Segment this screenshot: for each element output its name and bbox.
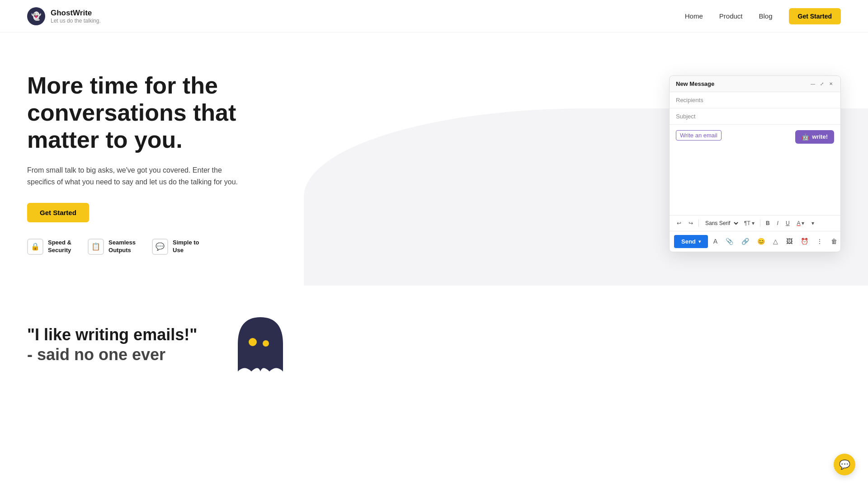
nav-links: Home Product Blog Get Started	[685, 8, 841, 24]
hero-description: From small talk to big asks, we've got y…	[27, 164, 244, 188]
minimize-icon[interactable]: —	[810, 80, 816, 87]
hero-left: More time for the conversations that mat…	[27, 72, 244, 254]
ai-icon: 🤖	[802, 133, 809, 141]
quote-section: "I like writing emails!" - said no one e…	[0, 286, 868, 412]
compose-title: New Message	[676, 80, 714, 87]
toolbar-separator-2	[760, 220, 760, 227]
svg-point-0	[249, 338, 257, 346]
clipboard-icon: 📋	[88, 239, 104, 255]
quote-text: "I like writing emails!"	[27, 324, 197, 346]
nav-get-started-button[interactable]: Get Started	[789, 8, 841, 24]
chat-icon: 💬	[152, 239, 168, 255]
send-button[interactable]: Send ▾	[674, 235, 708, 248]
undo-button[interactable]: ↩	[674, 218, 684, 228]
delete-icon-btn[interactable]: 🗑	[828, 235, 840, 247]
ghost-mascot	[233, 313, 288, 376]
brand-text: GhostWrite Let us do the talking.	[51, 9, 101, 24]
send-chevron-icon: ▾	[698, 239, 701, 244]
bold-button[interactable]: B	[763, 218, 773, 228]
quote-attribution: - said no one ever	[27, 345, 197, 364]
hero-right: New Message — ⤢ ✕ Recipients Subject Wri…	[669, 75, 841, 252]
nav-product[interactable]: Product	[719, 12, 743, 20]
feature-simple-to-use-label: Simple toUse	[173, 239, 199, 254]
quote-text-block: "I like writing emails!" - said no one e…	[27, 324, 197, 365]
text-color-button[interactable]: A ▾	[794, 218, 807, 228]
brand-name: GhostWrite	[51, 9, 101, 18]
drive-icon-btn[interactable]: △	[770, 235, 781, 247]
text-format-icon-btn[interactable]: A	[711, 235, 720, 247]
compose-controls: — ⤢ ✕	[810, 80, 834, 87]
send-label: Send	[681, 238, 696, 245]
hero-title: More time for the conversations that mat…	[27, 72, 244, 153]
ghost-mascot-svg	[233, 313, 288, 380]
brand-logo: 👻	[27, 7, 45, 25]
lock-icon: 🔒	[27, 239, 43, 255]
compose-toolbar-top: ↩ ↪ Sans Serif ¶T ▾ B I U A ▾ ▾	[670, 215, 840, 231]
redo-button[interactable]: ↪	[686, 218, 696, 228]
nav-home[interactable]: Home	[685, 12, 703, 20]
feature-speed-security-label: Speed &Security	[48, 239, 71, 254]
hero-features: 🔒 Speed &Security 📋 SeamlessOutputs 💬 Si…	[27, 239, 244, 255]
underline-button[interactable]: U	[783, 218, 793, 228]
toolbar-separator	[698, 220, 699, 227]
more-options-icon-btn[interactable]: ⋮	[814, 235, 826, 247]
hero-section: More time for the conversations that mat…	[0, 33, 868, 286]
link-icon-btn[interactable]: 🔗	[739, 235, 752, 247]
svg-point-1	[263, 340, 269, 347]
more-formatting-button[interactable]: ▾	[809, 218, 817, 228]
write-email-chip[interactable]: Write an email	[676, 130, 722, 141]
timer-icon-btn[interactable]: ⏰	[798, 235, 811, 247]
feature-speed-security: 🔒 Speed &Security	[27, 239, 71, 255]
maximize-icon[interactable]: ⤢	[819, 80, 825, 87]
feature-simple-to-use: 💬 Simple toUse	[152, 239, 199, 255]
compose-window: New Message — ⤢ ✕ Recipients Subject Wri…	[669, 75, 841, 252]
attach-icon-btn[interactable]: 📎	[723, 235, 736, 247]
font-size-button[interactable]: ¶T ▾	[741, 218, 757, 228]
compose-titlebar: New Message — ⤢ ✕	[670, 76, 840, 92]
subject-field[interactable]: Subject	[670, 108, 840, 125]
compose-toolbar-bottom: Send ▾ A 📎 🔗 😊 △ 🖼 ⏰ ⋮ 🗑	[670, 231, 840, 252]
ai-write-button[interactable]: 🤖 write!	[795, 130, 834, 144]
recipients-field[interactable]: Recipients	[670, 92, 840, 108]
nav-blog[interactable]: Blog	[759, 12, 773, 20]
feature-seamless-outputs: 📋 SeamlessOutputs	[88, 239, 136, 255]
close-icon[interactable]: ✕	[828, 80, 834, 87]
feature-seamless-outputs-label: SeamlessOutputs	[108, 239, 136, 254]
compose-body[interactable]: Write an email 🤖 write!	[670, 125, 840, 215]
emoji-icon-btn[interactable]: 😊	[755, 235, 768, 247]
ai-write-label: write!	[812, 133, 828, 140]
navbar: 👻 GhostWrite Let us do the talking. Home…	[0, 0, 868, 33]
italic-button[interactable]: I	[774, 218, 781, 228]
hero-get-started-button[interactable]: Get Started	[27, 203, 89, 222]
font-family-select[interactable]: Sans Serif	[702, 219, 740, 228]
brand-tagline: Let us do the talking.	[51, 18, 101, 24]
image-icon-btn[interactable]: 🖼	[783, 235, 795, 247]
brand: 👻 GhostWrite Let us do the talking.	[27, 7, 101, 25]
